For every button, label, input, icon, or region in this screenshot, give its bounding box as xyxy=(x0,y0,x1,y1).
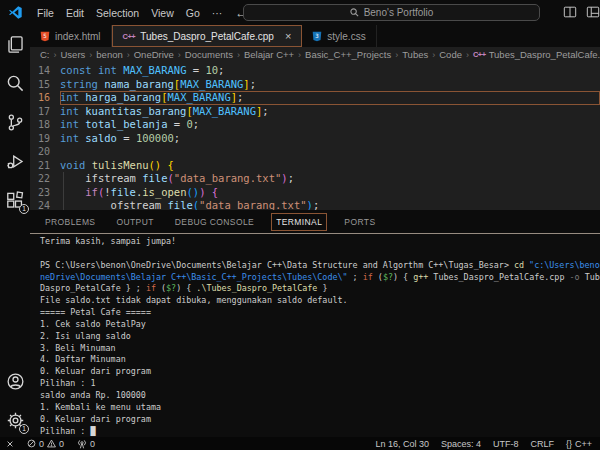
terminal-line: 1. Kembali ke menu utama xyxy=(40,402,600,414)
breadcrumb-item[interactable]: OneDrive xyxy=(134,49,174,60)
breadcrumb-item[interactable]: C++Tubes_Daspro_PetalCafe.cpp xyxy=(473,49,600,60)
code-line[interactable]: 19int saldo = 100000; xyxy=(30,132,600,146)
breadcrumb-item[interactable]: benon xyxy=(96,49,122,60)
code-line[interactable]: 23 if(!file.is_open()) { xyxy=(30,186,600,200)
terminal-line: Terima kasih, sampai jumpa! xyxy=(40,236,600,248)
terminal-line: File saldo.txt tidak dapat dibuka, mengg… xyxy=(40,295,600,307)
html-icon: 5 xyxy=(40,31,50,42)
close-icon[interactable]: × xyxy=(285,30,291,42)
code-text: ifstream file("data_barang.txt"); xyxy=(60,172,600,186)
code-line[interactable]: 20 xyxy=(30,145,600,159)
source-control-icon[interactable] xyxy=(4,111,26,133)
panel-tab-problems[interactable]: PROBLEMS xyxy=(41,214,99,230)
cursor-position[interactable]: Ln 16, Col 30 xyxy=(375,439,429,449)
tab-tubes-daspro-petalcafe-cpp[interactable]: C++ Tubes_Daspro_PetalCafe.cpp × xyxy=(112,25,303,47)
chevron-right-icon: › xyxy=(54,50,57,60)
terminal-line: 1. Cek saldo PetalPay xyxy=(40,319,600,331)
chevron-right-icon: › xyxy=(127,50,130,60)
remote-indicator-icon[interactable] xyxy=(6,440,14,448)
code-line[interactable]: 24 ofstream file("data_barang.txt"); xyxy=(30,199,600,210)
extensions-icon[interactable]: 1 xyxy=(4,189,26,211)
chevron-right-icon: › xyxy=(298,50,301,60)
terminal-line: 2. Isi ulang saldo xyxy=(40,331,600,343)
tab-index-html[interactable]: 5 index.html xyxy=(30,25,112,47)
breadcrumb-item[interactable]: C: xyxy=(40,49,50,60)
terminal-line: ===== Petal Cafe ===== xyxy=(40,307,600,319)
panel-tab-ports[interactable]: PORTS xyxy=(340,214,379,230)
line-number: 24 xyxy=(30,199,60,210)
chevron-right-icon: › xyxy=(237,50,240,60)
breadcrumb-item[interactable]: Users xyxy=(61,49,86,60)
indentation-status[interactable]: Spaces: 4 xyxy=(441,439,481,449)
breadcrumb-item[interactable]: Basic_C++_Projects xyxy=(305,49,391,60)
tab-bar: 5 index.html C++ Tubes_Daspro_PetalCafe.… xyxy=(30,25,600,47)
ports-count: 0 xyxy=(90,439,95,449)
code-line[interactable]: 14const int MAX_BARANG = 10; xyxy=(30,64,600,78)
menu-edit[interactable]: Edit xyxy=(60,7,90,19)
run-debug-icon[interactable] xyxy=(4,150,26,172)
panel-tab-output[interactable]: OUTPUT xyxy=(112,214,157,230)
code-editor[interactable]: 1314const int MAX_BARANG = 10;15string n… xyxy=(30,62,600,210)
menu-more[interactable]: ··· xyxy=(206,7,229,19)
explorer-icon[interactable] xyxy=(4,33,26,55)
breadcrumb-label: Tubes_Daspro_PetalCafe.cpp xyxy=(489,49,600,60)
breadcrumb-label: Documents xyxy=(185,49,233,60)
code-line[interactable]: 16int harga_barang[MAX_BARANG]; xyxy=(30,91,600,105)
menu-selection[interactable]: Selection xyxy=(90,7,145,19)
code-text: int harga_barang[MAX_BARANG]; xyxy=(60,91,600,105)
problems-status[interactable]: 0 0 xyxy=(27,439,64,449)
svg-text:3: 3 xyxy=(316,33,319,39)
title-bar: File Edit Selection View Go ··· ← → Beno… xyxy=(0,0,600,25)
terminal-line: 0. Keluar dari program xyxy=(40,366,600,378)
breadcrumb-label: Tubes xyxy=(402,49,428,60)
error-icon xyxy=(27,439,36,448)
code-line[interactable]: 18int total_belanja = 0; xyxy=(30,118,600,132)
code-text: if(!file.is_open()) { xyxy=(60,186,600,200)
language-status[interactable]: {} C++ xyxy=(566,439,592,449)
activity-bar: 1 1 xyxy=(0,25,30,437)
braces-icon: {} xyxy=(566,439,572,449)
layout-icon[interactable] xyxy=(586,5,600,19)
line-number: 15 xyxy=(30,78,60,92)
terminal-line: Daspro_PetalCafe } ; if ($?) { .\Tubes_D… xyxy=(40,283,600,295)
ports-status[interactable]: 0 xyxy=(77,439,95,449)
settings-gear-icon[interactable]: 1 xyxy=(4,409,26,431)
terminal-line: 4. Daftar Minuman xyxy=(40,354,600,366)
code-line[interactable]: 17int kuantitas_barang[MAX_BARANG]; xyxy=(30,105,600,119)
terminal[interactable]: Terima kasih, sampai jumpa!PS C:\Users\b… xyxy=(30,234,600,437)
panel-tab-debug-console[interactable]: DEBUG CONSOLE xyxy=(171,214,258,230)
code-line[interactable]: 22 ifstream file("data_barang.txt"); xyxy=(30,172,600,186)
breadcrumb-item[interactable]: Documents xyxy=(185,49,233,60)
line-number: 22 xyxy=(30,172,60,186)
breadcrumb-item[interactable]: Belajar C++ xyxy=(244,49,294,60)
code-line[interactable]: 21void tulisMenu() { xyxy=(30,159,600,173)
chevron-right-icon: › xyxy=(178,50,181,60)
tab-label: Tubes_Daspro_PetalCafe.cpp xyxy=(140,31,274,42)
encoding-status[interactable]: UTF-8 xyxy=(493,439,519,449)
code-line[interactable]: 15string nama_barang[MAX_BARANG]; xyxy=(30,78,600,92)
split-editor-icon[interactable] xyxy=(563,5,577,19)
menu-view[interactable]: View xyxy=(145,7,180,19)
extensions-badge: 1 xyxy=(19,204,29,214)
chevron-right-icon: › xyxy=(432,50,435,60)
line-number: 19 xyxy=(30,132,60,146)
code-text: const int MAX_BARANG = 10; xyxy=(60,64,600,78)
breadcrumb-item[interactable]: Tubes xyxy=(402,49,428,60)
command-center-search[interactable]: Beno's Portfolio xyxy=(243,4,540,21)
eol-status[interactable]: CRLF xyxy=(530,439,554,449)
breadcrumb-label: OneDrive xyxy=(134,49,174,60)
menu-go[interactable]: Go xyxy=(180,7,206,19)
breadcrumb-item[interactable]: Code xyxy=(439,49,462,60)
menu-file[interactable]: File xyxy=(31,7,60,19)
terminal-cursor: █ xyxy=(90,426,95,436)
account-icon[interactable] xyxy=(4,370,26,392)
code-text xyxy=(60,145,600,159)
terminal-line: neDrive\Documents\Belajar C++\Basic_C++_… xyxy=(40,272,600,284)
panel-tab-terminal[interactable]: TERMINAL xyxy=(271,213,327,231)
tab-style-css[interactable]: 3 style.css xyxy=(302,25,376,47)
terminal-line: saldo anda Rp. 100000 xyxy=(40,390,600,402)
search-label: Beno's Portfolio xyxy=(364,7,434,18)
chevron-right-icon: › xyxy=(395,50,398,60)
search-sidebar-icon[interactable] xyxy=(4,72,26,94)
terminal-line: Pilihan : 1 xyxy=(40,378,600,390)
